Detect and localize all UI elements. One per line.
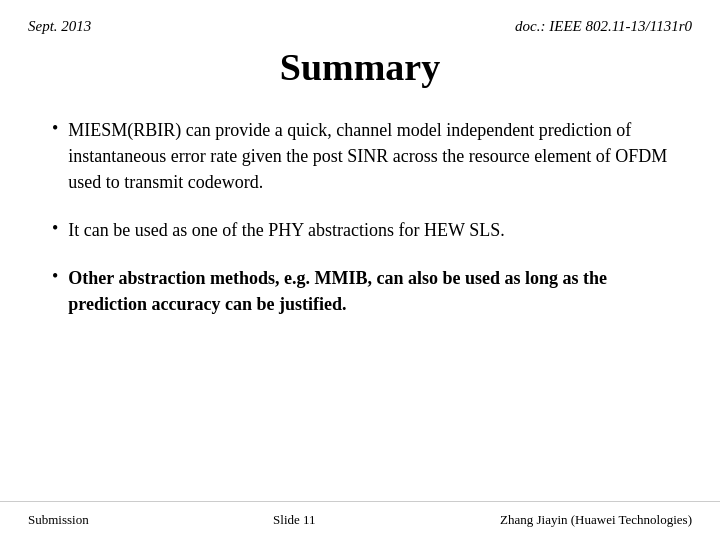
content-area: • MIESM(RBIR) can provide a quick, chann… <box>0 117 720 318</box>
bullet-text-3: Other abstraction methods, e.g. MMIB, ca… <box>68 265 668 317</box>
bullet-symbol-1: • <box>52 118 58 139</box>
bullet-item-1: • MIESM(RBIR) can provide a quick, chann… <box>52 117 668 195</box>
header-doc-id: doc.: IEEE 802.11-13/1131r0 <box>515 18 692 35</box>
footer-slide-number: Slide 11 <box>273 512 316 528</box>
header-date: Sept. 2013 <box>28 18 91 35</box>
bullet-item-2: • It can be used as one of the PHY abstr… <box>52 217 668 243</box>
bullet-symbol-3: • <box>52 266 58 287</box>
bullet-item-3: • Other abstraction methods, e.g. MMIB, … <box>52 265 668 317</box>
bullet-text-2: It can be used as one of the PHY abstrac… <box>68 217 504 243</box>
slide: Sept. 2013 doc.: IEEE 802.11-13/1131r0 S… <box>0 0 720 540</box>
slide-header: Sept. 2013 doc.: IEEE 802.11-13/1131r0 <box>0 0 720 35</box>
slide-title: Summary <box>280 46 440 88</box>
slide-footer: Submission Slide 11 Zhang Jiayin (Huawei… <box>0 501 720 540</box>
footer-author: Zhang Jiayin (Huawei Technologies) <box>500 512 692 528</box>
bullet-text-1: MIESM(RBIR) can provide a quick, channel… <box>68 117 668 195</box>
title-area: Summary <box>0 45 720 89</box>
footer-submission: Submission <box>28 512 89 528</box>
bullet-symbol-2: • <box>52 218 58 239</box>
